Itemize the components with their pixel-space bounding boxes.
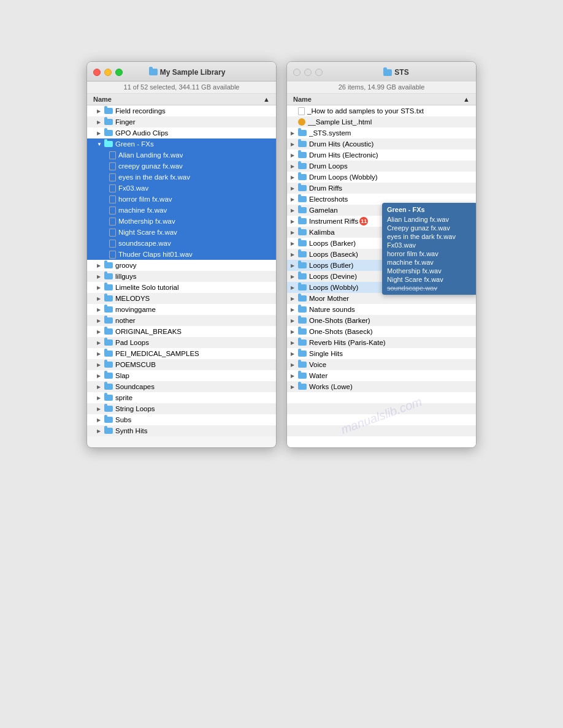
- list-item[interactable]: Fx03.wav: [87, 183, 276, 194]
- file-name: Loops (Butler): [309, 262, 353, 269]
- file-name: horror film fx.wav: [118, 195, 172, 203]
- file-name: Loops (Devine): [309, 273, 357, 280]
- list-item[interactable]: ▶ GPO Audio Clips: [87, 127, 276, 138]
- tooltip-item-3: eyes in the dark fx.wav: [387, 232, 472, 241]
- folder-icon: [104, 406, 113, 412]
- folder-icon: [298, 130, 307, 136]
- list-item[interactable]: ▶ Limelite Solo tutorial: [87, 282, 276, 293]
- folder-icon: [298, 362, 307, 368]
- list-item[interactable]: ▶ Finger: [87, 116, 276, 127]
- file-name: groovy: [115, 262, 137, 269]
- expand-arrow: ▶: [291, 351, 297, 357]
- list-item[interactable]: creepy gunaz fx.wav: [87, 161, 276, 172]
- file-name: Pad Loops: [115, 339, 149, 346]
- expand-arrow: ▶: [97, 406, 103, 412]
- file-name: Moor Mother: [309, 295, 349, 302]
- expand-arrow: ▶: [97, 285, 103, 290]
- folder-icon: [298, 207, 307, 213]
- list-item[interactable]: ▶ nother: [87, 315, 276, 326]
- file-name: Kalimba: [309, 229, 335, 236]
- list-item[interactable]: ▶ PEI_MEDICAL_SAMPLES: [87, 348, 276, 359]
- file-name: _How to add samples to your STS.txt: [307, 107, 424, 115]
- list-item[interactable]: _How to add samples to your STS.txt: [287, 105, 476, 116]
- finder-window-left: My Sample Library 11 of 52 selected, 344…: [86, 61, 277, 448]
- list-item[interactable]: ▶ MELODYS: [87, 293, 276, 304]
- list-item[interactable]: Mothership fx.wav: [87, 216, 276, 227]
- close-button[interactable]: [93, 69, 101, 76]
- file-name: nother: [115, 317, 136, 324]
- list-item[interactable]: ▶ Synth Hits: [87, 425, 276, 436]
- folder-icon: [104, 428, 113, 434]
- list-item[interactable]: eyes in the dark fx.wav: [87, 172, 276, 183]
- tooltip-popup: Green - FXs Alian Landing fx.wav Creepy …: [382, 203, 477, 295]
- folder-icon: [298, 262, 307, 268]
- file-name: Loops (Wobbly): [309, 284, 358, 291]
- list-item[interactable]: ▶ Slap: [87, 370, 276, 381]
- list-item[interactable]: ▶ POEMSCUB: [87, 359, 276, 370]
- folder-icon: [298, 284, 307, 290]
- folder-icon: [104, 306, 113, 313]
- expand-arrow: ▶: [97, 362, 103, 368]
- list-item[interactable]: ▶ Drum Riffs: [287, 183, 476, 194]
- list-item[interactable]: ▶ movinggame: [87, 304, 276, 315]
- list-item-water[interactable]: ▶ Water: [287, 370, 476, 381]
- list-item[interactable]: horror film fx.wav: [87, 194, 276, 205]
- file-name: Electroshots: [309, 195, 348, 203]
- list-item[interactable]: ▶ Drum Loops: [287, 161, 476, 172]
- file-name: One-Shots (Barker): [309, 317, 370, 324]
- list-item[interactable]: ▶ Single Hits: [287, 348, 476, 359]
- folder-icon: [298, 185, 307, 191]
- tl-circle-3: [315, 69, 323, 76]
- list-item[interactable]: Alian Landing fx.wav: [87, 150, 276, 161]
- list-item[interactable]: ▶ String Loops: [87, 403, 276, 414]
- list-item[interactable]: Thuder Claps hit01.wav: [87, 249, 276, 260]
- folder-icon: [104, 362, 113, 368]
- expand-arrow: ▶: [291, 241, 297, 246]
- file-list-left[interactable]: ▶ Field recordings ▶ Finger ▶ GPO Audio …: [87, 105, 276, 436]
- list-item[interactable]: ▶ sprite: [87, 392, 276, 403]
- list-item[interactable]: ▶ One-Shots (Baseck): [287, 326, 476, 337]
- expand-arrow: ▶: [291, 318, 297, 324]
- list-item[interactable]: ▶ Works (Lowe): [287, 381, 476, 392]
- list-item-green-fxs[interactable]: ▼ Green - FXs: [87, 138, 276, 150]
- expand-arrow: ▶: [291, 175, 297, 180]
- list-item[interactable]: ▶ Drum Hits (Electronic): [287, 150, 476, 161]
- list-item[interactable]: soundscape.wav: [87, 238, 276, 249]
- list-item[interactable]: ▶ groovy: [87, 260, 276, 271]
- file-icon: [298, 107, 305, 115]
- sts-sort-arrow[interactable]: ▲: [463, 96, 470, 103]
- file-name: Works (Lowe): [309, 383, 353, 390]
- list-item-nature-sounds[interactable]: ▶ Nature sounds: [287, 304, 476, 315]
- sort-arrow[interactable]: ▲: [263, 96, 270, 103]
- list-item[interactable]: ▶ Reverb Hits (Paris-Kate): [287, 337, 476, 348]
- list-item[interactable]: ▶ Drum Hits (Acoustic): [287, 138, 476, 150]
- expand-arrow: ▶: [291, 164, 297, 169]
- expand-arrow: ▶: [97, 395, 103, 401]
- list-item[interactable]: ▶ lillguys: [87, 271, 276, 282]
- list-item[interactable]: ▶ Voice: [287, 359, 476, 370]
- list-item[interactable]: ▶ Pad Loops: [87, 337, 276, 348]
- expand-arrow: ▶: [291, 340, 297, 346]
- list-item[interactable]: ▶ One-Shots (Barker): [287, 315, 476, 326]
- list-item[interactable]: ▶ Subs: [87, 414, 276, 425]
- file-icon: [109, 184, 116, 192]
- expand-arrow: ▶: [291, 197, 297, 202]
- list-item[interactable]: ▶ ORIGINAL_BREAKS: [87, 326, 276, 337]
- file-name: creepy gunaz fx.wav: [118, 162, 183, 170]
- file-name: Drum Loops (Wobbly): [309, 173, 378, 181]
- folder-icon: [104, 339, 113, 346]
- sts-subtitle: 26 items, 14.99 GB available: [287, 82, 476, 94]
- list-item[interactable]: Night Scare fx.wav: [87, 227, 276, 238]
- expand-arrow: ▶: [291, 274, 297, 279]
- folder-icon: [298, 163, 307, 169]
- list-item[interactable]: ▶ Drum Loops (Wobbly): [287, 172, 476, 183]
- list-item[interactable]: ▶ Field recordings: [87, 105, 276, 116]
- list-item[interactable]: machine fx.wav: [87, 205, 276, 216]
- list-item[interactable]: ▶ Soundcapes: [87, 381, 276, 392]
- list-item[interactable]: ▶ _STS.system: [287, 127, 476, 138]
- file-name: Water: [309, 372, 327, 379]
- file-name: eyes in the dark fx.wav: [118, 173, 190, 181]
- list-item[interactable]: __Sample List_.html: [287, 116, 476, 127]
- folder-icon: [104, 130, 113, 136]
- expand-arrow: ▶: [97, 119, 103, 125]
